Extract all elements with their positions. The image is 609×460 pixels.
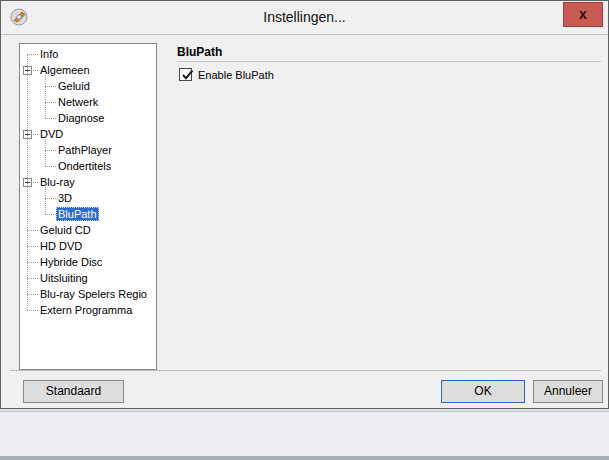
tree-connector-line — [45, 75, 46, 118]
ok-button[interactable]: OK — [441, 380, 525, 403]
enable-blupath-label: Enable BluPath — [198, 68, 274, 82]
tree-item-label: PathPlayer — [56, 143, 114, 157]
tree-item-label: Geluid CD — [38, 223, 93, 237]
tree-item-label: Blu-ray — [38, 175, 77, 189]
tree-connector-line — [45, 187, 46, 214]
standaard-button[interactable]: Standaard — [23, 380, 124, 403]
enable-blupath-checkbox[interactable] — [179, 68, 192, 81]
tree-item-label: Ondertitels — [56, 159, 113, 173]
tree-item-uitsluiting[interactable]: Uitsluiting — [20, 270, 156, 286]
tree-item-label: Info — [38, 47, 60, 61]
tree-item-diagnose[interactable]: Diagnose — [20, 110, 156, 126]
tree-item-label: Algemeen — [38, 63, 92, 77]
tree-item-label: DVD — [38, 127, 65, 141]
annuleer-button[interactable]: Annuleer — [533, 380, 603, 403]
tree-item-hybride-disc[interactable]: Hybride Disc — [20, 254, 156, 270]
settings-dialog: Instellingen... x InfoAlgemeenGeluidNetw… — [0, 0, 609, 409]
tree-item-label: 3D — [56, 191, 74, 205]
tree-item-hd-dvd[interactable]: HD DVD — [20, 238, 156, 254]
tree-item-algemeen[interactable]: Algemeen — [20, 62, 156, 78]
header-divider — [177, 61, 601, 62]
close-button[interactable]: x — [563, 2, 603, 27]
tree-item-label: Diagnose — [56, 111, 106, 125]
tree-connector-line — [27, 54, 28, 310]
tree-item-dvd[interactable]: DVD — [20, 126, 156, 142]
taskbar: ▲ NLD 9:51 INTL 28-10-2013 — [0, 411, 609, 460]
tree-item-label: Netwerk — [56, 95, 100, 109]
tree-item-extern-programma[interactable]: Extern Programma — [20, 302, 156, 318]
tree-item-geluid-cd[interactable]: Geluid CD — [20, 222, 156, 238]
tree-item-label: Hybride Disc — [38, 255, 104, 269]
window-title: Instellingen... — [1, 1, 608, 34]
tree-item-blupath[interactable]: BluPath — [20, 206, 156, 222]
tree-item-label: Geluid — [56, 79, 92, 93]
tree-item-label: Uitsluiting — [38, 271, 90, 285]
settings-tree: InfoAlgemeenGeluidNetwerkDiagnoseDVDPath… — [19, 43, 157, 370]
title-bar[interactable]: Instellingen... x — [1, 1, 608, 35]
footer-divider — [10, 370, 601, 371]
desktop: Instellingen... x InfoAlgemeenGeluidNetw… — [0, 0, 609, 460]
tree-item-pathplayer[interactable]: PathPlayer — [20, 142, 156, 158]
tree-item-info[interactable]: Info — [20, 46, 156, 62]
tree-item-geluid[interactable]: Geluid — [20, 78, 156, 94]
tree-item-label: HD DVD — [38, 239, 84, 253]
checkmark-icon — [179, 66, 196, 83]
page-title: BluPath — [177, 45, 222, 59]
tree-item-blu-ray[interactable]: Blu-ray — [20, 174, 156, 190]
tree-item-label: Extern Programma — [38, 303, 134, 317]
tree-item-ondertitels[interactable]: Ondertitels — [20, 158, 156, 174]
tree-item-netwerk[interactable]: Netwerk — [20, 94, 156, 110]
taskbar-edge — [0, 456, 609, 460]
tree-item-label: BluPath — [56, 207, 99, 221]
tree-item-3d[interactable]: 3D — [20, 190, 156, 206]
tree-item-blu-ray-spelers-regio[interactable]: Blu-ray Spelers Regio — [20, 286, 156, 302]
tree-item-label: Blu-ray Spelers Regio — [38, 287, 149, 301]
tree-connector-line — [45, 139, 46, 166]
